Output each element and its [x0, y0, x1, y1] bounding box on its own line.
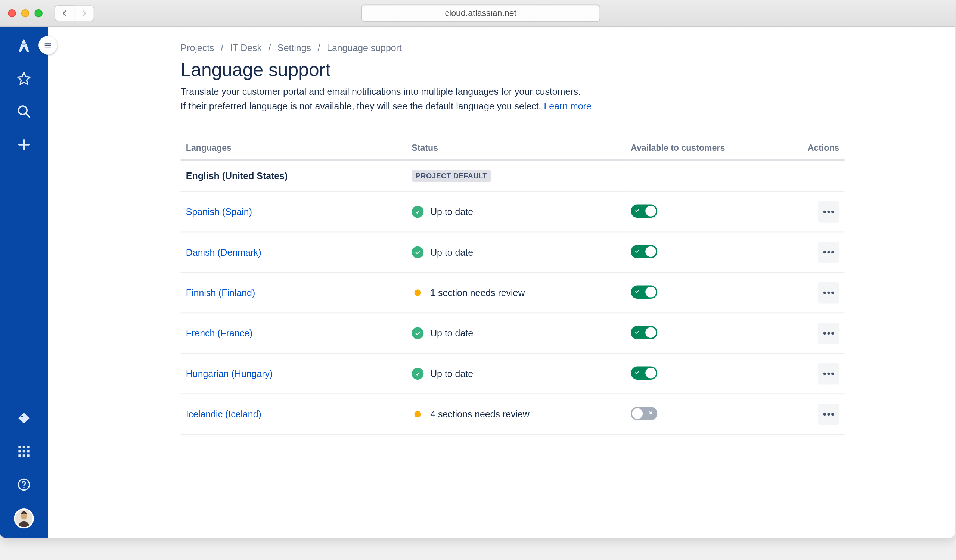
warning-dot-icon	[414, 290, 421, 296]
breadcrumb-item[interactable]: Projects	[181, 42, 214, 53]
star-icon[interactable]	[14, 69, 33, 88]
svg-point-25	[827, 251, 830, 254]
svg-point-29	[831, 292, 834, 294]
app-shell: Projects / IT Desk / Settings / Language…	[0, 27, 955, 538]
product-logo-icon[interactable]	[14, 36, 33, 55]
status-text: Up to date	[430, 328, 473, 339]
svg-rect-10	[27, 450, 30, 453]
address-bar[interactable]: cloud.atlassian.net	[361, 5, 600, 22]
minimize-window-button[interactable]	[21, 9, 29, 17]
page-title: Language support	[181, 60, 923, 81]
language-link[interactable]: Spanish (Spain)	[186, 207, 252, 217]
available-toggle[interactable]	[631, 245, 657, 258]
svg-point-37	[827, 413, 830, 416]
forward-button[interactable]	[74, 5, 94, 21]
breadcrumb: Projects / IT Desk / Settings / Language…	[181, 42, 923, 53]
maximize-window-button[interactable]	[35, 9, 42, 17]
col-header-available: Available to customers	[626, 138, 778, 160]
traffic-lights	[8, 9, 42, 17]
close-window-button[interactable]	[8, 9, 16, 17]
more-actions-button[interactable]	[818, 404, 839, 425]
svg-rect-12	[23, 454, 25, 457]
svg-rect-9	[23, 450, 25, 453]
svg-rect-13	[27, 454, 30, 457]
more-actions-button[interactable]	[818, 363, 839, 384]
svg-rect-7	[27, 446, 30, 449]
more-actions-button[interactable]	[818, 242, 839, 263]
available-toggle[interactable]	[631, 326, 657, 339]
svg-point-24	[824, 251, 826, 254]
table-row: Icelandic (Iceland)4 sections needs revi…	[181, 394, 845, 435]
svg-point-33	[824, 373, 826, 375]
project-default-lozenge: PROJECT DEFAULT	[412, 170, 491, 182]
global-nav-rail	[0, 27, 48, 538]
browser-chrome: cloud.atlassian.net	[0, 0, 955, 27]
learn-more-link[interactable]: Learn more	[544, 101, 591, 111]
svg-point-30	[824, 332, 826, 335]
check-circle-icon	[412, 368, 423, 380]
svg-point-28	[827, 292, 830, 294]
breadcrumb-item[interactable]: Settings	[277, 42, 311, 53]
breadcrumb-item[interactable]: IT Desk	[230, 42, 262, 53]
svg-point-26	[831, 251, 834, 254]
app-switcher-icon[interactable]	[14, 442, 33, 461]
table-row: Finnish (Finland)1 section needs review	[181, 273, 845, 313]
available-toggle[interactable]	[631, 366, 657, 380]
svg-point-36	[824, 413, 826, 416]
svg-line-1	[26, 113, 30, 117]
more-actions-button[interactable]	[818, 323, 839, 344]
status-text: Up to date	[430, 247, 473, 257]
default-language-label: English (United States)	[186, 171, 288, 182]
language-link[interactable]: French (France)	[186, 328, 252, 339]
status-text: 4 sections needs review	[430, 409, 530, 420]
table-row: Spanish (Spain)Up to date	[181, 192, 845, 232]
check-circle-icon	[412, 328, 423, 339]
address-text: cloud.atlassian.net	[445, 8, 516, 18]
warning-dot-icon	[414, 411, 421, 418]
svg-point-27	[824, 292, 826, 294]
svg-rect-6	[23, 446, 25, 449]
available-toggle[interactable]	[631, 285, 657, 299]
tag-icon[interactable]	[14, 409, 33, 427]
check-circle-icon	[412, 206, 423, 218]
table-row-default: English (United States) PROJECT DEFAULT	[181, 160, 845, 191]
svg-point-31	[827, 332, 830, 335]
svg-point-34	[827, 373, 830, 375]
language-link[interactable]: Hungarian (Hungary)	[186, 369, 273, 379]
check-circle-icon	[412, 246, 423, 258]
svg-rect-8	[18, 450, 21, 453]
create-icon[interactable]	[14, 135, 33, 154]
language-link[interactable]: Finnish (Finland)	[186, 288, 255, 298]
breadcrumb-current: Language support	[327, 42, 402, 53]
page-description: Translate your customer portal and email…	[181, 85, 778, 114]
help-icon[interactable]	[14, 475, 33, 494]
language-link[interactable]: Danish (Denmark)	[186, 247, 261, 257]
table-row: Danish (Denmark)Up to date	[181, 232, 845, 273]
svg-rect-11	[18, 454, 21, 457]
search-icon[interactable]	[14, 102, 33, 121]
col-header-languages: Languages	[181, 138, 407, 160]
status-text: 1 section needs review	[430, 288, 525, 298]
more-actions-button[interactable]	[818, 282, 839, 304]
main-content: Projects / IT Desk / Settings / Language…	[48, 27, 955, 538]
language-link[interactable]: Icelandic (Iceland)	[186, 409, 261, 420]
col-header-actions: Actions	[778, 138, 845, 160]
browser-window: cloud.atlassian.net	[0, 0, 955, 538]
more-actions-button[interactable]	[818, 201, 839, 223]
status-text: Up to date	[430, 369, 473, 379]
svg-point-15	[23, 487, 25, 488]
user-avatar[interactable]	[14, 508, 34, 528]
available-toggle[interactable]	[631, 204, 657, 218]
svg-point-32	[831, 332, 834, 335]
back-button[interactable]	[55, 5, 74, 21]
table-row: Hungarian (Hungary)Up to date	[181, 353, 845, 394]
status-text: Up to date	[430, 207, 473, 217]
svg-point-4	[21, 416, 23, 417]
col-header-status: Status	[406, 138, 626, 160]
svg-point-22	[827, 210, 830, 213]
table-row: French (France)Up to date	[181, 313, 845, 353]
svg-point-35	[831, 373, 834, 375]
available-toggle[interactable]	[631, 407, 657, 420]
nav-buttons	[55, 5, 94, 21]
svg-point-38	[831, 413, 834, 416]
